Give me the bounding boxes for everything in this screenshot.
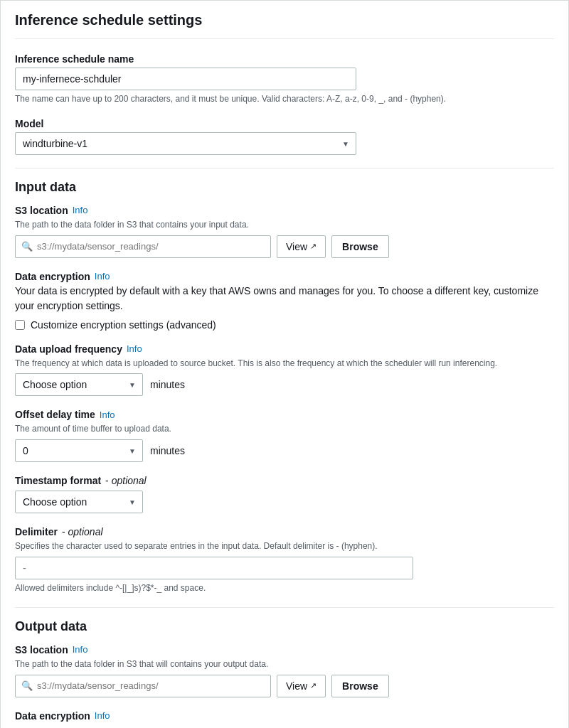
offset-delay-select-wrapper: 0 1 2 5 10 [15, 439, 143, 462]
input-s3-hint: The path to the data folder in S3 that c… [15, 219, 554, 231]
timestamp-format-select-wrapper: Choose option EPOCH DD/MM/YYYY HH:MM:SS … [15, 491, 143, 513]
output-view-label: View [286, 680, 307, 692]
output-s3-label-row: S3 location Info [15, 644, 554, 655]
output-s3-location-group: S3 location Info The path to the data fo… [15, 644, 554, 697]
upload-frequency-label: Data upload frequency [15, 343, 122, 355]
delimiter-group: Delimiter - optional Specifies the chara… [15, 526, 554, 594]
search-icon: 🔍 [21, 241, 33, 252]
output-s3-browse-button[interactable]: Browse [331, 675, 389, 697]
upload-frequency-group: Data upload frequency Info The frequency… [15, 343, 554, 397]
delimiter-hint: Specifies the character used to separate… [15, 540, 554, 552]
encryption-checkbox[interactable] [15, 320, 25, 330]
schedule-name-input[interactable] [15, 68, 356, 90]
offset-delay-label-row: Offset delay time Info [15, 409, 554, 420]
output-encryption-label: Data encryption [15, 710, 90, 722]
delimiter-input[interactable] [15, 557, 413, 579]
timestamp-format-group: Timestamp format - optional Choose optio… [15, 475, 554, 513]
input-s3-search-input[interactable] [37, 241, 265, 252]
schedule-name-label: Inference schedule name [15, 53, 554, 65]
input-encryption-label-row: Data encryption Info [15, 271, 554, 282]
view-label: View [286, 241, 307, 252]
output-encryption-label-row: Data encryption Info [15, 710, 554, 722]
output-encryption-info-link[interactable]: Info [95, 710, 110, 721]
offset-delay-select[interactable]: 0 1 2 5 10 [15, 439, 143, 462]
delimiter-label-row: Delimiter - optional [15, 526, 554, 537]
input-s3-input-row: 🔍 View ↗ Browse [15, 235, 554, 258]
offset-delay-group: Offset delay time Info The amount of tim… [15, 409, 554, 462]
output-divider [15, 607, 554, 608]
output-s3-search-box: 🔍 [15, 675, 271, 697]
upload-frequency-label-row: Data upload frequency Info [15, 343, 554, 355]
upload-frequency-minutes: minutes [150, 379, 185, 390]
input-s3-label: S3 location [15, 205, 68, 216]
offset-delay-hint: The amount of time buffer to upload data… [15, 423, 554, 435]
output-s3-hint: The path to the data folder in S3 that w… [15, 658, 554, 670]
input-s3-browse-button[interactable]: Browse [331, 235, 389, 258]
model-label: Model [15, 118, 554, 129]
upload-frequency-select[interactable]: Choose option 5 minutes 10 minutes 15 mi… [15, 373, 143, 396]
external-link-icon: ↗ [310, 242, 317, 251]
offset-delay-info-link[interactable]: Info [100, 410, 115, 420]
timestamp-format-select[interactable]: Choose option EPOCH DD/MM/YYYY HH:MM:SS … [15, 491, 143, 513]
delimiter-label: Delimiter [15, 526, 58, 537]
input-s3-location-group: S3 location Info The path to the data fo… [15, 205, 554, 258]
timestamp-format-label: Timestamp format [15, 475, 101, 486]
input-divider [15, 168, 554, 168]
output-s3-info-link[interactable]: Info [73, 644, 88, 655]
upload-frequency-hint: The frequency at which data is uploaded … [15, 358, 554, 370]
model-group: Model windturbine-v1 [15, 118, 554, 155]
input-s3-info-link[interactable]: Info [73, 205, 88, 215]
encryption-checkbox-row: Customize encryption settings (advanced) [15, 319, 554, 331]
delimiter-optional-text: - optional [62, 526, 103, 537]
timestamp-format-row: Choose option EPOCH DD/MM/YYYY HH:MM:SS … [15, 491, 554, 513]
input-encryption-group: Data encryption Info Your data is encryp… [15, 271, 554, 331]
upload-frequency-row: Choose option 5 minutes 10 minutes 15 mi… [15, 373, 554, 396]
model-select-wrapper: windturbine-v1 [15, 132, 356, 155]
output-search-icon: 🔍 [21, 680, 33, 691]
output-s3-input-row: 🔍 View ↗ Browse [15, 675, 554, 697]
offset-delay-row: 0 1 2 5 10 minutes [15, 439, 554, 462]
timestamp-optional-text: - optional [105, 475, 147, 486]
schedule-name-hint: The name can have up to 200 characters, … [15, 93, 554, 105]
output-external-link-icon: ↗ [310, 681, 317, 690]
output-data-title: Output data [15, 619, 554, 634]
schedule-name-group: Inference schedule name The name can hav… [15, 53, 554, 105]
input-s3-label-row: S3 location Info [15, 205, 554, 216]
input-encryption-info-link[interactable]: Info [95, 271, 110, 282]
output-s3-view-button[interactable]: View ↗ [277, 675, 326, 697]
output-encryption-group: Data encryption Info [15, 710, 554, 722]
offset-delay-minutes: minutes [150, 445, 185, 456]
input-data-title: Input data [15, 180, 554, 195]
model-select[interactable]: windturbine-v1 [15, 132, 356, 155]
upload-frequency-select-wrapper: Choose option 5 minutes 10 minutes 15 mi… [15, 373, 143, 396]
timestamp-format-label-row: Timestamp format - optional [15, 475, 554, 486]
input-encryption-label: Data encryption [15, 271, 90, 282]
page-title: Inference schedule settings [15, 12, 554, 39]
upload-frequency-info-link[interactable]: Info [127, 343, 142, 354]
offset-delay-label: Offset delay time [15, 409, 95, 420]
delimiter-allowed-hint: Allowed delimiters include ^-[|_]s)?$*-_… [15, 582, 554, 594]
encryption-checkbox-label: Customize encryption settings (advanced) [31, 319, 216, 331]
output-s3-label: S3 location [15, 644, 68, 655]
output-s3-search-input[interactable] [37, 680, 265, 691]
input-encryption-description: Your data is encrypted by default with a… [15, 284, 554, 314]
input-s3-view-button[interactable]: View ↗ [277, 235, 326, 258]
page-container: Inference schedule settings Inference sc… [0, 0, 569, 728]
input-s3-search-box: 🔍 [15, 235, 271, 258]
